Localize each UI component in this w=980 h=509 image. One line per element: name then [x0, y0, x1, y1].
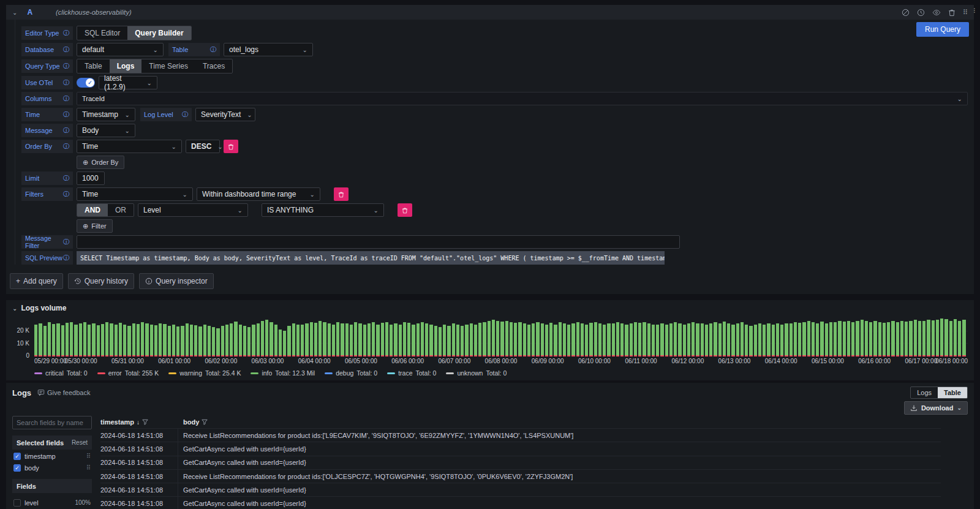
- disable-query-icon[interactable]: [902, 9, 910, 17]
- x-axis-tick: 06/01 00:00: [158, 358, 190, 364]
- sort-desc-icon: ↓: [137, 419, 140, 426]
- field-name: body: [24, 464, 39, 472]
- info-icon[interactable]: ⓘ: [63, 45, 69, 54]
- add-filter-button[interactable]: ⊕Filter: [77, 219, 113, 233]
- query-history-icon[interactable]: [917, 9, 925, 17]
- hide-response-icon[interactable]: [932, 9, 941, 17]
- legend-item-debug[interactable]: debugTotal: 0: [325, 369, 377, 377]
- volume-bar: [576, 322, 579, 356]
- body-column-header[interactable]: body: [178, 418, 208, 426]
- volume-bar: [79, 323, 82, 356]
- info-icon[interactable]: ⓘ: [63, 174, 69, 183]
- tab-traces[interactable]: Traces: [195, 59, 232, 73]
- field-percentage: 100%: [75, 499, 91, 506]
- query-history-button[interactable]: Query history: [68, 273, 134, 289]
- run-query-button[interactable]: Run Query: [916, 22, 969, 37]
- filter1-field-select[interactable]: Time⌄: [77, 187, 193, 201]
- order-by-field-select[interactable]: Time⌄: [77, 140, 182, 153]
- remove-filter2-button[interactable]: [398, 203, 412, 217]
- legend-item-info[interactable]: infoTotal: 12.3 Mil: [251, 369, 315, 377]
- legend-item-warning[interactable]: warningTotal: 25.4 K: [168, 369, 241, 377]
- message-column-select[interactable]: Body⌄: [77, 124, 135, 137]
- legend-item-unknown[interactable]: unknownTotal: 0: [446, 369, 507, 377]
- volume-bar: [794, 322, 797, 356]
- info-icon[interactable]: ⓘ: [63, 62, 69, 70]
- info-icon[interactable]: ⓘ: [63, 142, 69, 151]
- info-icon[interactable]: ⓘ: [63, 254, 69, 262]
- field-checkbox-unchecked[interactable]: [13, 499, 21, 507]
- fields-title: Fields: [17, 483, 36, 490]
- volume-bar: [585, 325, 588, 356]
- field-drag-handle-icon[interactable]: ⠿: [86, 464, 91, 471]
- log-level-select[interactable]: SeverityText⌄: [195, 108, 255, 121]
- tab-query-builder[interactable]: Query Builder: [127, 26, 190, 40]
- database-select[interactable]: default⌄: [77, 43, 164, 56]
- collapse-logs-volume-icon[interactable]: ⌄: [12, 305, 17, 312]
- query-row-actions: ⠿: [902, 9, 968, 17]
- limit-input[interactable]: [77, 172, 105, 185]
- bool-and[interactable]: AND: [77, 204, 108, 216]
- tab-logs[interactable]: Logs: [110, 59, 142, 73]
- download-button[interactable]: Download ⌄: [904, 401, 968, 415]
- filter2-operator-select[interactable]: IS ANYTHING⌄: [262, 203, 384, 217]
- remove-order-by-button[interactable]: [224, 140, 238, 153]
- x-axis-tick: 06/04 00:00: [298, 358, 331, 364]
- info-icon[interactable]: ⓘ: [63, 78, 69, 87]
- filter-icon[interactable]: [202, 419, 208, 425]
- legend-series-name: trace: [398, 369, 412, 377]
- view-table-option[interactable]: Table: [938, 387, 967, 398]
- info-icon[interactable]: ⓘ: [210, 45, 216, 54]
- field-checkbox-checked[interactable]: ✓: [13, 453, 21, 460]
- info-icon[interactable]: ⓘ: [182, 110, 188, 119]
- legend-item-trace[interactable]: traceTotal: 0: [387, 369, 436, 377]
- reset-fields-button[interactable]: Reset: [72, 439, 88, 446]
- volume-bar: [97, 325, 100, 356]
- table-select[interactable]: otel_logs⌄: [224, 43, 313, 56]
- volume-bar: [358, 323, 361, 356]
- bool-or[interactable]: OR: [108, 204, 134, 216]
- timestamp-column-header[interactable]: timestamp ↓: [100, 418, 178, 426]
- x-axis-tick: 06/14 00:00: [765, 358, 797, 364]
- tab-table[interactable]: Table: [77, 59, 110, 73]
- volume-bar: [838, 321, 841, 356]
- filter1-operator-select[interactable]: Within dashboard time range⌄: [197, 187, 320, 201]
- remove-filter1-button[interactable]: [334, 187, 349, 201]
- info-icon[interactable]: ⓘ: [63, 94, 69, 103]
- volume-bar: [190, 325, 193, 356]
- legend-item-critical[interactable]: criticalTotal: 0: [34, 369, 88, 377]
- order-by-direction-select[interactable]: DESC⌄: [186, 140, 220, 153]
- time-column-select[interactable]: Timestamp⌄: [77, 108, 135, 121]
- info-icon[interactable]: ⓘ: [63, 110, 69, 119]
- info-icon[interactable]: ⓘ: [63, 126, 69, 135]
- tab-time-series[interactable]: Time Series: [141, 59, 195, 73]
- volume-bar: [731, 325, 734, 356]
- legend-item-error[interactable]: errorTotal: 255 K: [97, 369, 159, 377]
- message-filter-input[interactable]: [77, 235, 680, 249]
- add-query-button[interactable]: +Add query: [10, 273, 63, 289]
- otel-version-select[interactable]: latest (1.2.9)⌄: [99, 76, 157, 89]
- filter2-field-select[interactable]: Level⌄: [138, 203, 248, 217]
- collapse-query-icon[interactable]: ⌄: [12, 9, 17, 16]
- use-otel-toggle[interactable]: ✓: [77, 78, 95, 88]
- add-order-by-button[interactable]: ⊕Order By: [77, 156, 124, 169]
- query-inspector-button[interactable]: Query inspector: [139, 273, 214, 289]
- search-fields-input[interactable]: [12, 416, 92, 429]
- volume-bar: [949, 321, 952, 356]
- filter-icon[interactable]: [142, 419, 148, 425]
- columns-multiselect[interactable]: TraceId⌄: [77, 92, 968, 105]
- query-ref-id: A: [27, 8, 32, 17]
- give-feedback-button[interactable]: Give feedback: [37, 389, 90, 396]
- volume-bar: [749, 326, 752, 356]
- timestamp-cell: 2024-06-18 14:51:08: [100, 483, 178, 496]
- tab-sql-editor[interactable]: SQL Editor: [77, 26, 127, 40]
- view-logs-option[interactable]: Logs: [911, 387, 938, 398]
- add-order-by-row: ⊕Order By: [77, 156, 974, 169]
- volume-bar: [456, 325, 459, 356]
- delete-query-icon[interactable]: [948, 9, 956, 17]
- info-icon[interactable]: ⓘ: [63, 190, 69, 198]
- query-drag-handle-icon[interactable]: ⠿: [963, 9, 968, 17]
- info-icon[interactable]: ⓘ: [63, 29, 69, 37]
- info-icon[interactable]: ⓘ: [63, 238, 69, 246]
- field-checkbox-checked[interactable]: ✓: [13, 464, 21, 472]
- field-drag-handle-icon[interactable]: ⠿: [86, 453, 91, 459]
